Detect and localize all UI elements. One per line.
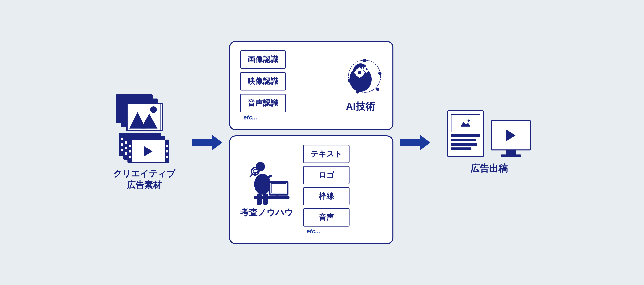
ad-line-4 [451, 147, 472, 150]
ad-line-1 [451, 134, 480, 137]
monitor-play-icon [506, 130, 516, 141]
ai-items-list: 画像認識 映像認識 音声認識 [240, 50, 286, 112]
svg-point-35 [256, 162, 265, 171]
svg-point-14 [378, 71, 381, 75]
ad-line-3 [451, 143, 477, 146]
review-items-list: テキスト ロゴ 枠線 音声 [303, 145, 350, 227]
ai-item-0: 画像認識 [240, 50, 286, 69]
svg-rect-31 [366, 66, 367, 67]
left-label: クリエイティブ 広告素材 [113, 168, 176, 191]
svg-rect-32 [366, 71, 367, 72]
ai-icon-area: AI技術 [339, 58, 382, 113]
ai-etc-label: etc... [240, 114, 257, 121]
svg-rect-26 [363, 72, 365, 73]
svg-point-15 [376, 88, 379, 91]
ad-lines [451, 134, 480, 153]
svg-point-52 [468, 119, 470, 122]
ai-item-1: 映像認識 [240, 72, 286, 90]
review-box: 考査ノウハウ テキスト ロゴ 枠線 音声 etc... [229, 135, 394, 244]
svg-rect-42 [256, 193, 262, 205]
left-section: クリエイティブ 広告素材 [113, 94, 176, 191]
right-label: 広告出稿 [470, 162, 508, 175]
ad-icons [447, 110, 531, 157]
svg-rect-43 [263, 193, 268, 205]
svg-marker-49 [400, 135, 430, 150]
svg-point-13 [363, 59, 366, 62]
review-item-3: 音声 [303, 208, 350, 227]
svg-rect-25 [354, 72, 356, 73]
svg-rect-48 [254, 196, 289, 199]
monitor-screen [491, 120, 531, 150]
review-item-1: ロゴ [303, 166, 350, 184]
image-card-front [126, 103, 163, 131]
right-section: 広告出稿 [447, 110, 531, 175]
video-card-front [128, 140, 170, 163]
ad-line-2 [451, 139, 476, 141]
ai-head-icon [339, 58, 382, 98]
arrow-right-1 [192, 134, 222, 151]
ai-label-text: AI技術 [346, 100, 375, 113]
review-icon-area: 考査ノウハウ [240, 161, 293, 218]
ai-box: 画像認識 映像認識 音声認識 etc... [229, 41, 394, 130]
ad-monitor-icon [491, 120, 531, 157]
svg-point-30 [366, 68, 368, 70]
svg-marker-11 [192, 135, 222, 150]
svg-rect-33 [363, 68, 364, 70]
ad-article-icon [447, 110, 484, 157]
review-label-text: 考査ノウハウ [240, 207, 293, 218]
middle-section: 画像認識 映像認識 音声認識 etc... [229, 41, 394, 244]
review-etc-label: etc... [303, 228, 320, 235]
svg-line-39 [255, 172, 258, 173]
svg-rect-34 [369, 68, 370, 70]
ad-img-placeholder [451, 114, 480, 132]
media-stack [116, 94, 173, 165]
svg-rect-23 [359, 67, 360, 69]
svg-rect-45 [270, 183, 287, 194]
svg-point-10 [150, 106, 157, 113]
review-item-0: テキスト [303, 145, 350, 163]
main-container: クリエイティブ 広告素材 画像認識 映像認識 音声認識 etc... [54, 41, 590, 244]
review-item-2: 枠線 [303, 187, 350, 205]
monitor-stand [506, 150, 516, 154]
svg-point-22 [358, 71, 361, 74]
svg-line-38 [250, 174, 252, 177]
svg-rect-24 [359, 76, 360, 78]
arrow-right-2 [400, 134, 430, 151]
monitor-base [501, 154, 521, 157]
review-person-icon [243, 161, 290, 205]
ai-item-2: 音声認識 [240, 94, 286, 112]
